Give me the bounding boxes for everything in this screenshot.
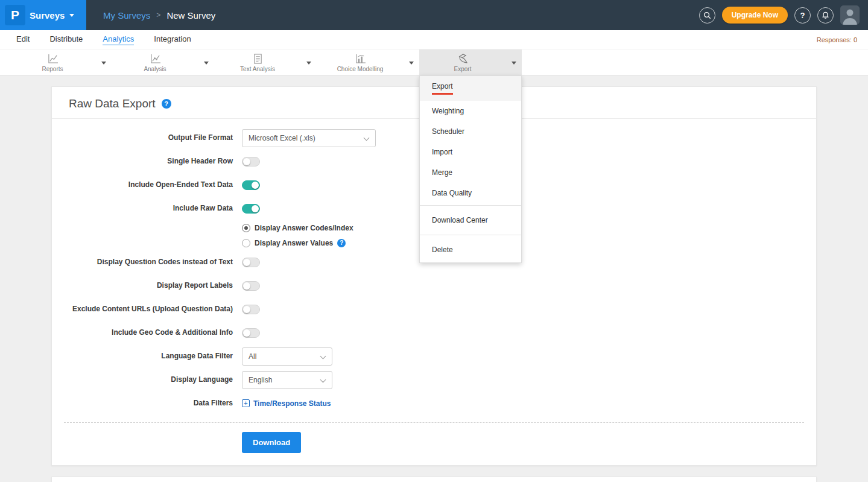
upgrade-now-button[interactable]: Upgrade Now xyxy=(722,7,788,24)
menu-divider xyxy=(420,235,521,235)
reports-chart-icon xyxy=(47,53,59,64)
user-avatar[interactable] xyxy=(840,5,860,25)
report-labels-toggle[interactable] xyxy=(242,281,260,291)
toolbar-choice-modelling[interactable]: Choice Modelling xyxy=(317,49,419,76)
choice-modelling-dropdown-caret[interactable] xyxy=(404,49,419,76)
display-language-row: Display Language English xyxy=(52,368,816,392)
notifications-bell-icon[interactable] xyxy=(817,7,834,24)
help-icon[interactable]: ? xyxy=(794,7,811,24)
single-header-label: Single Header Row xyxy=(52,157,233,166)
text-analysis-dropdown-caret[interactable] xyxy=(301,49,317,76)
open-ended-label: Include Open-Ended Text Data xyxy=(52,180,233,190)
reports-dropdown-caret[interactable] xyxy=(96,49,112,76)
responses-count: Responses: 0 xyxy=(817,36,857,43)
analysis-chart-icon xyxy=(150,53,161,64)
report-labels-row: Display Report Labels xyxy=(52,274,816,297)
question-codes-label: Display Question Codes instead of Text xyxy=(52,258,233,267)
menu-divider xyxy=(420,205,521,206)
include-raw-data-label: Include Raw Data xyxy=(52,204,233,214)
language-filter-row: Language Data Filter All xyxy=(52,344,816,368)
menu-item-scheduler[interactable]: Scheduler xyxy=(420,121,521,142)
answer-values-radio-label: Display Answer Values xyxy=(255,239,333,247)
answer-values-radio[interactable] xyxy=(242,239,250,247)
analytics-toolbar: Reports Analysis Text Analysis Choice Mo… xyxy=(0,49,868,75)
toolbar-export[interactable]: Export xyxy=(419,49,522,76)
breadcrumb-separator: > xyxy=(156,11,160,19)
surveys-app-menu[interactable]: P Surveys xyxy=(0,0,86,30)
chevron-down-icon xyxy=(320,376,326,382)
topbar-actions: Upgrade Now ? xyxy=(699,5,868,25)
open-ended-toggle[interactable] xyxy=(242,180,260,190)
answer-codes-radio[interactable] xyxy=(242,224,250,232)
tab-analytics[interactable]: Analytics xyxy=(103,34,134,45)
download-button[interactable]: Download xyxy=(242,432,301,453)
geo-code-label: Include Geo Code & Additional Info xyxy=(52,328,233,338)
tab-integration[interactable]: Integration xyxy=(154,34,191,45)
data-filters-row: Data Filters Time/Response Status xyxy=(52,392,816,415)
breadcrumb-my-surveys[interactable]: My Surveys xyxy=(103,10,150,21)
toolbar-analysis[interactable]: Analysis xyxy=(112,49,214,76)
menu-item-merge[interactable]: Merge xyxy=(420,162,521,183)
language-filter-select[interactable]: All xyxy=(242,347,332,366)
exclude-urls-toggle[interactable] xyxy=(242,305,260,314)
toolbar-label: Export xyxy=(454,66,472,72)
time-response-status-link[interactable]: Time/Response Status xyxy=(242,399,331,408)
choice-modelling-icon xyxy=(355,53,366,64)
text-analysis-icon xyxy=(253,53,263,64)
toolbar-label: Reports xyxy=(42,66,63,72)
breadcrumb: My Surveys > New Survey xyxy=(103,10,215,21)
export-dropdown-caret[interactable] xyxy=(506,49,522,76)
answer-codes-radio-label: Display Answer Codes/Index xyxy=(255,224,353,232)
menu-item-delete[interactable]: Delete xyxy=(420,237,521,262)
tab-distribute[interactable]: Distribute xyxy=(49,34,83,45)
questionpro-logo: P xyxy=(5,5,25,25)
chevron-down-icon xyxy=(69,14,74,17)
report-labels-label: Display Report Labels xyxy=(52,281,233,291)
geo-code-toggle[interactable] xyxy=(242,328,260,338)
toolbar-reports[interactable]: Reports xyxy=(9,49,112,76)
menu-item-export[interactable]: Export xyxy=(420,76,521,101)
product-name: Surveys xyxy=(30,10,65,21)
output-format-label: Output File Format xyxy=(52,133,233,143)
tab-edit[interactable]: Edit xyxy=(16,34,30,45)
raw-data-export-help-icon[interactable] xyxy=(162,99,171,109)
exclude-urls-row: Exclude Content URLs (Upload Question Da… xyxy=(52,297,816,321)
display-language-select[interactable]: English xyxy=(242,371,332,389)
question-codes-toggle[interactable] xyxy=(242,258,260,267)
exclude-urls-label: Exclude Content URLs (Upload Question Da… xyxy=(52,305,233,314)
language-filter-label: Language Data Filter xyxy=(52,352,233,361)
toolbar-label: Analysis xyxy=(144,66,166,72)
display-language-label: Display Language xyxy=(52,375,233,385)
menu-item-import[interactable]: Import xyxy=(420,142,521,162)
plus-square-icon xyxy=(242,399,250,407)
menu-item-download-center[interactable]: Download Center xyxy=(420,208,521,233)
output-format-select[interactable]: Microsoft Excel (.xls) xyxy=(242,129,376,147)
data-filters-label: Data Filters xyxy=(52,399,233,408)
raw-data-export-title: Raw Data Export xyxy=(69,97,156,110)
charts-analytics-export-card: Charts & Analytics Export xyxy=(51,477,817,482)
top-bar: P Surveys My Surveys > New Survey Upgrad… xyxy=(0,0,868,30)
menu-item-weighting[interactable]: Weighting xyxy=(420,101,521,121)
chevron-down-icon xyxy=(364,135,370,141)
export-share-icon xyxy=(457,53,469,64)
toolbar-text-analysis[interactable]: Text Analysis xyxy=(214,49,317,76)
export-dropdown-menu: Export Weighting Scheduler Import Merge … xyxy=(419,75,522,263)
toolbar-label: Choice Modelling xyxy=(337,66,384,72)
analysis-dropdown-caret[interactable] xyxy=(198,49,214,76)
search-icon[interactable] xyxy=(699,7,715,24)
single-header-toggle[interactable] xyxy=(242,157,260,166)
include-raw-data-toggle[interactable] xyxy=(242,204,260,214)
section-tabs: Edit Distribute Analytics Integration Re… xyxy=(0,30,868,49)
geo-code-row: Include Geo Code & Additional Info xyxy=(52,321,816,344)
toolbar-label: Text Analysis xyxy=(240,66,275,72)
menu-item-data-quality[interactable]: Data Quality xyxy=(420,183,521,203)
answer-values-help-icon[interactable] xyxy=(337,239,346,247)
breadcrumb-current: New Survey xyxy=(166,10,215,21)
chevron-down-icon xyxy=(320,353,326,359)
